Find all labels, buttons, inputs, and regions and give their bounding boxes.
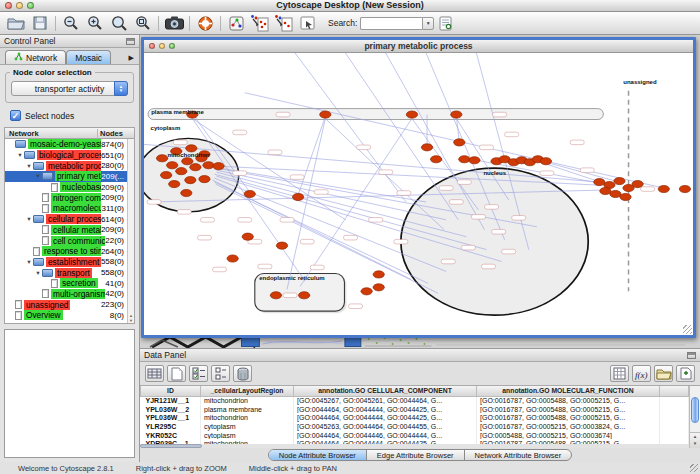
annotation-icon[interactable]: [298, 14, 318, 33]
network-node[interactable]: [610, 190, 621, 197]
network-node[interactable]: [203, 162, 214, 169]
window-titlebar[interactable]: Cytoscape Desktop (New Session): [0, 0, 700, 12]
tab-edge-attribute-browser[interactable]: Edge Attribute Browser: [367, 450, 465, 460]
expand-triangle-icon[interactable]: ▼: [34, 270, 42, 276]
tree-row[interactable]: cell communicat22(0): [5, 235, 127, 246]
new-attribute-icon[interactable]: [167, 365, 186, 382]
tree-scrollbar[interactable]: ▲▼: [127, 139, 134, 323]
advanced-search-icon[interactable]: [436, 14, 456, 33]
tree-column-nodes[interactable]: Nodes: [98, 129, 134, 138]
tab-overflow-arrow-icon[interactable]: ▶: [127, 54, 136, 64]
vizmapper-icon[interactable]: [250, 14, 270, 33]
table-row[interactable]: YLR295Ccytoplasm[GO:0045263, GO:0044464,…: [141, 422, 689, 431]
network-node[interactable]: [242, 233, 253, 240]
network-node[interactable]: [299, 292, 310, 299]
network-view-frame[interactable]: primary metabolic process: [141, 37, 696, 338]
matrix-icon[interactable]: [610, 365, 629, 382]
table-row[interactable]: YPL036W__1mitochondrion[GO:0044464, GO:0…: [141, 413, 689, 422]
close-button[interactable]: [5, 2, 12, 9]
tree-row[interactable]: cellular metabo209(0): [5, 225, 127, 236]
network-edge[interactable]: [287, 119, 325, 290]
tree-row[interactable]: ▼biological_process651(0): [5, 150, 127, 161]
tree-row[interactable]: ▼transport558(0): [5, 267, 127, 278]
expand-triangle-icon[interactable]: ▼: [25, 259, 33, 265]
table-column-header[interactable]: annotation.GO CELLULAR_COMPONENT: [294, 386, 477, 396]
table-column-header[interactable]: ID: [141, 386, 201, 396]
tree-column-network[interactable]: Network: [5, 129, 98, 138]
select-nodes-checkbox[interactable]: ✓: [10, 110, 21, 121]
open-icon[interactable]: [6, 14, 26, 33]
tab-mosaic[interactable]: Mosaic: [66, 50, 111, 64]
zoom-fit-icon[interactable]: [109, 14, 129, 33]
scrollbar-arrows-icon[interactable]: ▲▼: [690, 432, 700, 448]
search-input[interactable]: [360, 17, 422, 30]
network-node[interactable]: [185, 177, 196, 184]
tree-row[interactable]: macromolecule311(0): [5, 203, 127, 214]
frame-zoom-button[interactable]: [169, 43, 175, 49]
zoom-selected-icon[interactable]: [133, 14, 153, 33]
function-builder-icon[interactable]: f(x): [632, 365, 651, 382]
network-node[interactable]: [186, 145, 197, 152]
expand-triangle-icon[interactable]: ▼: [16, 152, 24, 158]
network-node[interactable]: [161, 172, 172, 179]
network-node[interactable]: [451, 111, 462, 118]
attribute-checklist-icon[interactable]: [189, 365, 208, 382]
expand-triangle-icon[interactable]: ▼: [25, 216, 33, 222]
tree-row[interactable]: ▼establishment of lo558(0): [5, 257, 127, 268]
network-node[interactable]: [620, 193, 631, 200]
tree-row[interactable]: ▼primary metabo209(...: [5, 171, 127, 182]
expand-triangle-icon[interactable]: ▼: [34, 173, 42, 179]
network-node[interactable]: [181, 189, 192, 196]
network-node[interactable]: [156, 155, 167, 162]
float-panel-icon[interactable]: [687, 352, 696, 359]
tree-row[interactable]: nucleobase-209(0): [5, 182, 127, 193]
network-node[interactable]: [540, 158, 551, 165]
tree-row[interactable]: ▼cellular process614(0): [5, 214, 127, 225]
node-color-dropdown[interactable]: transporter activity ▲▼: [11, 81, 128, 96]
help-lifering-icon[interactable]: [195, 14, 215, 33]
tree-row[interactable]: response to stimulu264(0): [5, 246, 127, 257]
network-node[interactable]: [244, 190, 255, 197]
network-node[interactable]: [406, 111, 417, 118]
delete-attribute-icon[interactable]: [233, 365, 252, 382]
zoom-in-icon[interactable]: [85, 14, 105, 33]
network-node[interactable]: [213, 163, 224, 170]
tree-row[interactable]: mosaic-demo-yeast874(0): [5, 139, 127, 150]
network-canvas[interactable]: plasma membrane cytoplasm mitochondrion …: [144, 53, 693, 335]
network-node[interactable]: [430, 156, 441, 163]
network-node[interactable]: [469, 157, 480, 164]
frame-close-button[interactable]: [149, 43, 155, 49]
network-node[interactable]: [421, 144, 432, 151]
network-node[interactable]: [167, 162, 178, 169]
tree-row[interactable]: Overview8(0): [5, 310, 127, 321]
expand-triangle-icon[interactable]: ▼: [25, 163, 33, 169]
attribute-table[interactable]: ID_cellularLayoutRegionannotation.GO CEL…: [140, 386, 689, 448]
scrollbar-thumb[interactable]: [140, 444, 202, 448]
network-node[interactable]: [361, 288, 372, 295]
window-resize-grip[interactable]: [690, 464, 698, 472]
network-node[interactable]: [199, 176, 210, 183]
network-frame-titlebar[interactable]: primary metabolic process: [144, 40, 693, 53]
table-horizontal-scrollbar[interactable]: [140, 444, 689, 448]
snapshot-camera-icon[interactable]: [164, 14, 184, 33]
zoom-out-icon[interactable]: [61, 14, 81, 33]
table-column-header[interactable]: _cellularLayoutRegion: [201, 386, 294, 396]
open-folder-icon[interactable]: [654, 365, 673, 382]
network-node[interactable]: [614, 178, 625, 185]
select-attributes-icon[interactable]: [145, 365, 164, 382]
network-node[interactable]: [320, 111, 331, 118]
tree-row[interactable]: multi-organism pro42(0): [5, 289, 127, 300]
network-node[interactable]: [594, 179, 605, 186]
network-node[interactable]: [658, 185, 669, 192]
float-panel-icon[interactable]: [126, 38, 135, 45]
attribute-list-icon[interactable]: [211, 365, 230, 382]
frame-minimize-button[interactable]: [159, 43, 165, 49]
tab-node-attribute-browser[interactable]: Node Attribute Browser: [269, 450, 367, 460]
import-table-icon[interactable]: [676, 365, 695, 382]
tab-network[interactable]: Network: [5, 50, 66, 64]
network-node[interactable]: [276, 242, 287, 249]
network-node[interactable]: [600, 187, 611, 194]
table-row[interactable]: YKR052Ccytoplasm[GO:0044464, GO:0044446,…: [141, 431, 689, 440]
network-node[interactable]: [227, 255, 238, 262]
network-node[interactable]: [292, 193, 303, 200]
